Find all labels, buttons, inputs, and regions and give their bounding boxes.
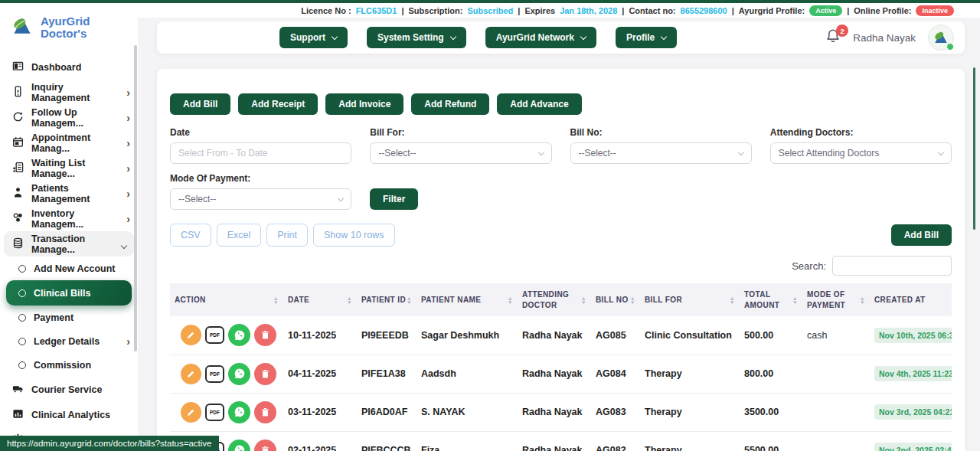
add-receipt-button[interactable]: Add Receipt (238, 93, 318, 115)
date-range-input[interactable] (170, 142, 351, 164)
delete-button[interactable] (254, 440, 276, 451)
delete-button[interactable] (254, 324, 276, 346)
inventory-icon (12, 212, 24, 226)
bill-for-select[interactable]: --Select-- (370, 142, 551, 164)
add-invoice-button[interactable]: Add Invoice (325, 93, 403, 115)
profile-menu-button[interactable]: Profile (616, 27, 677, 48)
print-button[interactable]: Print (266, 224, 308, 247)
table-row: PDF 04-11-2025 PIFE1A38 Aadsdh Radha Nay… (170, 355, 952, 393)
column-header-date[interactable]: DATE▴▾ (283, 283, 357, 316)
date-cell: 02-11-2025 (283, 431, 357, 451)
search-input[interactable] (832, 256, 952, 276)
created-at-badge: Nov 10th, 2025 06:3 (874, 328, 952, 343)
sidebar-item-label: Payment (34, 312, 74, 323)
sidebar-item-appointment-management[interactable]: Appointment Manag... › (0, 130, 138, 155)
chevron-down-icon (580, 33, 586, 39)
separator: | (622, 6, 624, 15)
pdf-button[interactable]: PDF (205, 326, 224, 344)
sidebar-item-patients-management[interactable]: Patients Management › (0, 181, 138, 206)
edit-button[interactable] (181, 325, 201, 345)
delete-button[interactable] (254, 401, 276, 423)
nav-button-label: AyurGrid Network (496, 32, 574, 43)
licence-label: Licence No : (301, 6, 351, 15)
mode-of-payment-select[interactable]: --Select-- (170, 188, 351, 210)
system-setting-menu-button[interactable]: System Setting (367, 27, 466, 48)
add-advance-button[interactable]: Add Advance (497, 93, 581, 115)
column-header-attending-doctor[interactable]: ATTENDING DOCTOR▴▾ (518, 283, 591, 316)
attending-doctor-cell: Radha Nayak (518, 355, 591, 393)
clinical-bills-panel: Add Bill Add Receipt Add Invoice Add Ref… (157, 69, 965, 451)
notifications-button[interactable]: 2 (825, 28, 841, 47)
add-refund-button[interactable]: Add Refund (411, 93, 489, 115)
sidebar-subitem-ledger-details[interactable]: Ledger Details › (0, 329, 138, 353)
chevron-down-icon (338, 194, 344, 201)
sidebar-item-clinical-analytics[interactable]: Clinical Analytics (0, 402, 138, 427)
column-header-total-amount[interactable]: TOTAL AMOUNT▴▾ (740, 283, 802, 316)
date-cell: 03-11-2025 (283, 393, 357, 431)
patients-icon (12, 187, 24, 201)
chevron-right-icon: › (126, 336, 130, 347)
support-menu-button[interactable]: Support (279, 27, 348, 48)
sidebar-item-inquiry-management[interactable]: Inquiry Management › (0, 80, 138, 105)
column-header-patient-name[interactable]: PATIENT NAME▴▾ (416, 283, 518, 316)
edit-button[interactable] (181, 402, 201, 423)
whatsapp-button[interactable] (228, 324, 250, 346)
user-avatar[interactable] (928, 25, 954, 51)
contact-label: Contact no: (629, 6, 675, 15)
sidebar-subitem-payment[interactable]: Payment (0, 306, 138, 329)
brand-name: AyurGrid Doctor's (41, 15, 130, 41)
add-bill-button-secondary[interactable]: Add Bill (891, 224, 952, 246)
sidebar-item-transaction-management[interactable]: Transaction Manage... (4, 231, 134, 257)
delete-button[interactable] (254, 363, 276, 385)
pdf-button[interactable]: PDF (205, 365, 224, 383)
chevron-right-icon: › (126, 188, 130, 199)
appointment-icon (12, 136, 24, 150)
column-header-created-at[interactable]: CREATED AT (870, 283, 952, 316)
sidebar-item-inventory-management[interactable]: Inventory Managem... › (0, 206, 138, 231)
whatsapp-button[interactable] (228, 440, 250, 451)
chevron-down-icon (938, 149, 944, 155)
add-bill-button[interactable]: Add Bill (170, 93, 230, 115)
sidebar-item-courier-service[interactable]: Courier Service (0, 377, 138, 402)
sidebar-item-follow-up-management[interactable]: Follow Up Managem... › (0, 105, 138, 130)
filter-button[interactable]: Filter (370, 188, 418, 210)
bill-for-filter-label: Bill For: (370, 127, 551, 138)
date-filter-label: Date (170, 127, 351, 138)
expires-value: Jan 18th, 2028 (560, 6, 617, 15)
circle-icon (18, 338, 26, 345)
mode-of-payment-cell: cash (802, 316, 870, 355)
edit-button[interactable] (181, 364, 201, 384)
pdf-button[interactable]: PDF (205, 404, 224, 421)
column-header-mode-of-payment[interactable]: MODE OF PAYMENT▴▾ (802, 283, 870, 316)
column-header-bill-for[interactable]: BILL FOR▴▾ (640, 283, 740, 316)
sidebar-subitem-add-new-account[interactable]: Add New Account (0, 257, 138, 280)
selected-value: --Select-- (178, 194, 216, 204)
chevron-right-icon: › (126, 163, 130, 174)
csv-export-button[interactable]: CSV (170, 224, 211, 247)
page-scrollbar[interactable] (973, 67, 975, 230)
sidebar-scrollbar[interactable] (134, 45, 137, 351)
attending-doctors-select[interactable]: Select Attending Doctors (770, 142, 952, 164)
brand[interactable]: AyurGrid Doctor's (0, 3, 138, 50)
bill-no-filter-label: Bill No: (570, 127, 752, 138)
sort-icon: ▴▾ (508, 296, 513, 304)
column-header-patient-id[interactable]: PATIENT ID▴▾ (357, 283, 416, 316)
whatsapp-button[interactable] (228, 401, 250, 423)
ayurgrid-network-menu-button[interactable]: AyurGrid Network (485, 27, 596, 48)
sidebar-subitem-clinical-bills[interactable]: Clinical Bills (6, 280, 132, 306)
column-header-action[interactable]: ACTION▴▾ (170, 283, 283, 316)
sidebar-item-label: Add New Account (34, 263, 115, 274)
bill-no-select[interactable]: --Select-- (570, 142, 752, 164)
show-rows-button[interactable]: Show 10 rows (313, 224, 395, 247)
whatsapp-button[interactable] (228, 363, 250, 385)
expires-label: Expires (524, 6, 555, 15)
sidebar-item-dashboard[interactable]: Dashboard (0, 54, 138, 80)
separator: | (401, 6, 403, 15)
excel-export-button[interactable]: Excel (217, 224, 262, 247)
sidebar-item-waiting-list-management[interactable]: Waiting List Manage... › (0, 155, 138, 181)
table-header-row: ACTION▴▾ DATE▴▾ PATIENT ID▴▾ PATIENT NAM… (170, 283, 952, 316)
column-header-bill-no[interactable]: BILL NO▴▾ (591, 283, 640, 316)
bill-for-cell: Clinic Consultation (640, 316, 740, 355)
attending-doctors-filter-label: Attending Doctors: (770, 127, 952, 138)
sidebar-subitem-commission[interactable]: Commission (0, 353, 138, 377)
